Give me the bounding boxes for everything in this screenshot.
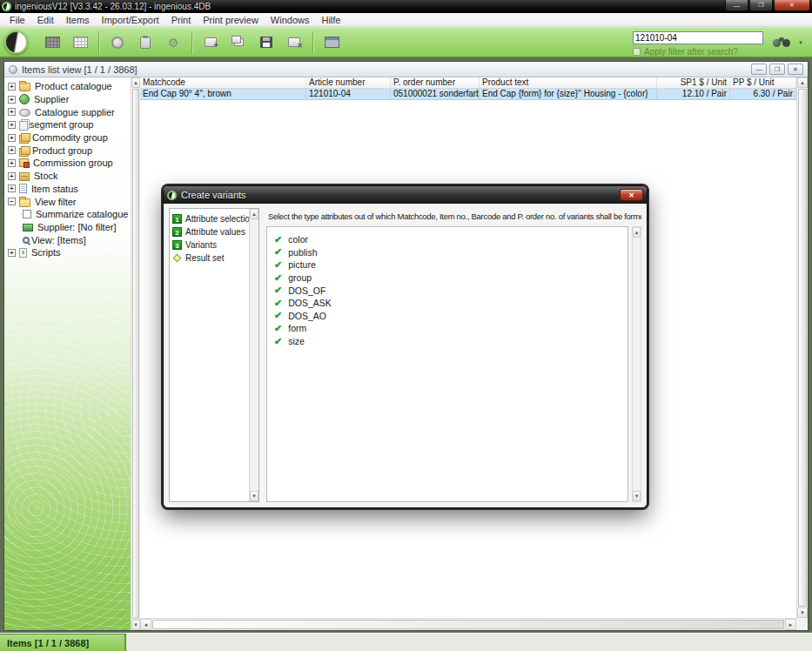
child-close-button[interactable]: ✕ xyxy=(788,64,803,75)
tree-item-view-filter[interactable]: − View filter xyxy=(4,195,131,208)
attribute-dos-ao[interactable]: ✔ DOS_AO xyxy=(274,310,627,323)
menu-hilfe[interactable]: Hilfe xyxy=(315,13,346,27)
list-window-button[interactable] xyxy=(318,30,346,55)
scroll-right-icon[interactable]: ► xyxy=(785,619,796,630)
expander-icon[interactable]: + xyxy=(8,121,16,129)
scroll-thumb[interactable] xyxy=(132,89,139,619)
menu-print-preview[interactable]: Print preview xyxy=(197,13,265,27)
dialog-titlebar[interactable]: Create variants ✕ xyxy=(164,186,647,204)
table-vertical-scrollbar[interactable]: ▲ ▼ xyxy=(796,77,808,618)
scroll-down-icon[interactable]: ▼ xyxy=(250,491,258,501)
table-view-button[interactable] xyxy=(66,30,94,55)
tree-item-scripts[interactable]: + Scripts xyxy=(4,246,131,259)
tree-item-commission-group[interactable]: + Commission group xyxy=(4,157,131,170)
table-vscroll-track[interactable] xyxy=(797,88,808,607)
step-attribute-selection[interactable]: 1 Attribute selection xyxy=(172,212,249,225)
expander-icon[interactable]: + xyxy=(8,134,16,142)
expander-icon[interactable]: + xyxy=(8,159,16,167)
column-header-sp1-unit[interactable]: SP1 $ / Unit xyxy=(657,77,730,89)
scroll-down-icon[interactable]: ▼ xyxy=(131,620,140,630)
summarize-checkbox[interactable] xyxy=(23,210,31,218)
settings-button[interactable] xyxy=(159,30,187,55)
menu-import-export[interactable]: Import/Export xyxy=(96,13,165,27)
attribute-form[interactable]: ✔ form xyxy=(274,322,627,335)
scroll-down-icon[interactable]: ▼ xyxy=(633,491,641,501)
tree-scrollbar[interactable]: ▲ ▼ xyxy=(131,77,140,630)
new-item-button[interactable] xyxy=(197,30,225,55)
search-input[interactable] xyxy=(633,31,763,44)
scroll-left-icon[interactable]: ◄ xyxy=(140,619,151,630)
column-header-p-order-number[interactable]: P. order number xyxy=(391,77,480,89)
attribute-dos-ask[interactable]: ✔ DOS_ASK xyxy=(274,297,627,310)
expander-icon[interactable]: + xyxy=(8,172,16,180)
delete-item-button[interactable] xyxy=(280,30,308,55)
child-restore-button[interactable]: ❐ xyxy=(769,64,785,75)
menu-file[interactable]: File xyxy=(3,13,31,27)
menu-edit[interactable]: Edit xyxy=(31,13,60,27)
close-button[interactable]: ✕ xyxy=(774,0,810,11)
duplicate-item-button[interactable] xyxy=(225,30,252,55)
child-minimize-button[interactable]: — xyxy=(751,64,767,75)
expander-icon[interactable]: + xyxy=(8,96,16,104)
steps-scrollbar[interactable]: ▲ ▼ xyxy=(249,209,258,501)
time-button[interactable] xyxy=(104,30,131,55)
attribute-picture[interactable]: ✔ picture xyxy=(274,258,627,272)
items-list-header[interactable]: Items list view [1 / 1 / 3868] — ❐ ✕ xyxy=(4,62,808,77)
attribute-publish[interactable]: ✔ publish xyxy=(274,246,627,259)
tree-scroll-track[interactable] xyxy=(131,88,140,620)
column-header-article-number[interactable]: Article number xyxy=(306,77,391,89)
menu-items[interactable]: Items xyxy=(60,13,96,27)
scroll-up-icon[interactable]: ▲ xyxy=(250,209,258,219)
attribute-scroll-track[interactable] xyxy=(633,238,641,491)
scroll-down-icon[interactable]: ▼ xyxy=(797,607,808,618)
tree-item-segment-group[interactable]: + segment group xyxy=(4,118,131,131)
column-header-product-text[interactable]: Product text xyxy=(480,77,657,89)
attribute-dos-of[interactable]: ✔ DOS_OF xyxy=(274,284,627,297)
expander-icon[interactable]: + xyxy=(8,83,16,91)
menu-print[interactable]: Print xyxy=(165,13,198,27)
attribute-size[interactable]: ✔ size xyxy=(274,335,627,348)
collapse-icon[interactable]: − xyxy=(8,198,16,205)
search-dropdown-icon[interactable]: ▼ xyxy=(798,40,803,45)
step-result-set[interactable]: Result set xyxy=(172,252,249,265)
step-attribute-values[interactable]: 2 Attribute values xyxy=(172,225,249,238)
table-hscroll-track[interactable] xyxy=(151,619,785,630)
grid-view-button[interactable] xyxy=(38,30,66,55)
expander-icon[interactable]: + xyxy=(8,146,16,154)
tree-item-catalogue-supplier[interactable]: + Catalogue supplier xyxy=(4,105,131,118)
steps-scroll-track[interactable] xyxy=(250,219,258,491)
apply-filter-checkbox[interactable] xyxy=(633,48,641,56)
tree-item-product-group[interactable]: + Product group xyxy=(4,144,131,157)
tree-item-item-status[interactable]: + Item status xyxy=(4,183,131,196)
table-horizontal-scrollbar[interactable]: ◄ ► xyxy=(140,618,796,630)
scroll-up-icon[interactable]: ▲ xyxy=(633,227,641,238)
column-header-pp-unit[interactable]: PP $ / Unit xyxy=(730,77,796,89)
attribute-color[interactable]: ✔ color xyxy=(274,233,627,246)
dialog-close-button[interactable]: ✕ xyxy=(620,189,643,201)
scroll-up-icon[interactable]: ▲ xyxy=(797,77,808,88)
tree-item-summarize-catalogue[interactable]: Summarize catalogue xyxy=(4,208,131,221)
tree-item-supplier[interactable]: + Supplier xyxy=(4,93,131,106)
maximize-button[interactable]: ❐ xyxy=(749,0,773,11)
expander-icon[interactable]: + xyxy=(8,249,16,257)
tree-item-commodity-group[interactable]: + Commodity group xyxy=(4,131,131,144)
save-button[interactable] xyxy=(252,30,280,55)
tree-item-view-items[interactable]: View: [Items] xyxy=(4,233,131,246)
scroll-up-icon[interactable]: ▲ xyxy=(131,77,140,88)
attribute-group[interactable]: ✔ group xyxy=(274,272,627,285)
scroll-thumb[interactable] xyxy=(798,89,807,607)
edit-item-button[interactable] xyxy=(131,30,159,55)
tree-item-stock[interactable]: + Stock xyxy=(4,170,131,183)
minimize-button[interactable]: — xyxy=(725,0,748,11)
tree-item-supplier-filter[interactable]: Supplier: [No filter] xyxy=(4,221,131,234)
column-header-matchcode[interactable]: Matchcode xyxy=(140,77,306,89)
expander-icon[interactable]: + xyxy=(8,108,16,116)
scroll-thumb[interactable] xyxy=(152,620,784,629)
tree-item-product-catalogue[interactable]: + Product catalogue xyxy=(4,80,131,93)
step-variants[interactable]: 3 Variants xyxy=(172,238,249,252)
expander-icon[interactable]: + xyxy=(8,185,16,192)
attribute-scrollbar[interactable]: ▲ ▼ xyxy=(632,226,641,502)
menu-windows[interactable]: Windows xyxy=(265,13,316,27)
table-row[interactable]: End Cap 90° 4'', brown 121010-04 0510000… xyxy=(140,89,796,100)
search-binoculars-icon[interactable] xyxy=(772,37,793,49)
